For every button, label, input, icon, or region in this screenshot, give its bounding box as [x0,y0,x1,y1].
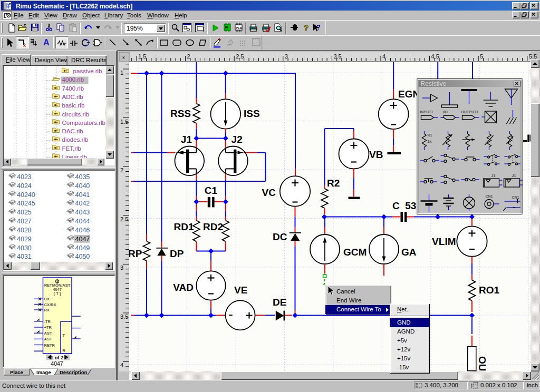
svg-text:4000.rlb: 4000.rlb [62,76,84,83]
svg-text:2: 2 [187,53,190,60]
svg-text:Comparators.rlb: Comparators.rlb [62,120,105,126]
svg-text:+TR: +TR [44,325,52,330]
svg-text:VAD: VAD [173,282,194,293]
svg-text:RO1: RO1 [479,285,500,296]
svg-text:4044: 4044 [75,218,90,225]
svg-text:DE: DE [273,297,286,308]
svg-text:T: T [63,333,65,338]
svg-text:J2: J2 [232,134,243,145]
svg-text:4040: 4040 [75,182,90,190]
svg-text:4.5: 4.5 [431,53,439,60]
svg-text:5.5: 5.5 [529,53,537,60]
svg-text:4046: 4046 [75,227,90,234]
svg-text:4043: 4043 [75,209,90,216]
svg-text:C 53: C 53 [392,200,416,211]
svg-text:OUTPUT1: OUTPUT1 [461,110,479,114]
svg-text:R2: R2 [327,178,340,189]
svg-text:FET.rlb: FET.rlb [62,145,81,152]
svg-text:3: 3 [120,264,123,271]
svg-text:4042: 4042 [75,200,90,207]
svg-text:7400.rlb: 7400.rlb [62,85,84,92]
svg-text:4027: 4027 [17,218,32,225]
svg-text:VC: VC [262,187,276,198]
svg-text:ISS: ISS [244,108,260,119]
svg-text:J1: J1 [491,174,496,178]
svg-text:3.5: 3.5 [120,313,128,320]
svg-text:C1: C1 [205,185,218,196]
svg-text:1.5: 1.5 [120,119,128,125]
svg-text:RD2: RD2 [203,221,223,232]
svg-text:RX: RX [44,308,50,312]
svg-text:1.5: 1.5 [138,53,146,60]
svg-text:J1: J1 [181,134,192,145]
svg-text:ADC.rlb: ADC.rlb [62,94,83,100]
svg-text:J1: J1 [512,174,516,178]
svg-text:VLIM: VLIM [432,236,456,247]
svg-text:AST: AST [44,331,52,336]
svg-text:4030: 4030 [17,244,32,252]
svg-text:AST: AST [44,337,52,341]
svg-text:4031: 4031 [17,253,32,260]
svg-text:VB: VB [369,149,383,160]
svg-text:Image: Image [36,369,51,375]
svg-text:Resistive: Resistive [421,80,447,87]
svg-text:INPUT1: INPUT1 [420,110,433,114]
svg-text:2.5: 2.5 [236,53,244,60]
svg-text:circuits.rlb: circuits.rlb [62,111,90,117]
svg-text:CX: CX [44,297,50,301]
svg-text:3: 3 [285,53,288,60]
svg-text:4023: 4023 [17,173,32,181]
svg-text:2.5: 2.5 [120,216,128,222]
svg-text:CN1: CN1 [486,194,493,198]
svg-text:4047: 4047 [51,360,63,367]
svg-text:CN1: CN1 [512,195,519,199]
svg-text:I/O: I/O [443,110,448,114]
svg-text:passive.rlb: passive.rlb [73,68,102,74]
svg-text:DAC.rlb: DAC.rlb [62,128,83,134]
svg-text:DP: DP [170,248,184,259]
svg-text:1: 1 [120,70,123,76]
svg-text:RP: RP [128,248,142,259]
svg-text:2: 2 [120,167,123,173]
svg-text:4047: 4047 [75,236,90,243]
svg-text:DC: DC [273,231,287,242]
svg-text:4049: 4049 [75,244,90,252]
svg-text:4029: 4029 [17,236,32,243]
svg-text:RSS: RSS [170,108,191,119]
svg-text:R1: R1 [428,133,432,137]
svg-text:3.5: 3.5 [333,53,341,60]
svg-text:OU: OU [477,356,488,371]
svg-text:4041: 4041 [75,191,90,199]
svg-text:GCM: GCM [343,247,367,258]
svg-text:1k: 1k [428,140,432,143]
svg-text:4: 4 [382,53,385,60]
svg-text:CX/RX: CX/RX [44,302,56,307]
svg-text:[ T ]: [ T ] [54,291,61,296]
svg-text:40240: 40240 [17,191,35,199]
svg-text:Place: Place [10,369,23,375]
svg-text:RD1: RD1 [173,221,194,232]
svg-text:diodes.rlb: diodes.rlb [62,136,89,143]
svg-text:VE: VE [234,285,247,296]
svg-text:5: 5 [480,53,483,60]
svg-text:4050: 4050 [75,253,90,260]
svg-text:GA: GA [401,247,417,258]
svg-text:Description: Description [60,369,87,375]
svg-text:x: x [122,55,125,60]
svg-text:EGN: EGN [398,89,420,100]
svg-text:4: 4 [120,362,123,368]
svg-text:4024: 4024 [17,182,32,190]
svg-text:4028: 4028 [17,227,32,234]
svg-text:-TR: -TR [44,319,51,324]
svg-text:40245: 40245 [17,200,35,207]
svg-text:R: R [63,348,66,353]
svg-text:1 of 2: 1 of 2 [51,355,64,360]
svg-text:4035: 4035 [75,173,90,181]
svg-text:basic.rlb: basic.rlb [62,102,85,109]
svg-text:4025: 4025 [17,209,32,216]
svg-text:RETR: RETR [44,343,55,348]
